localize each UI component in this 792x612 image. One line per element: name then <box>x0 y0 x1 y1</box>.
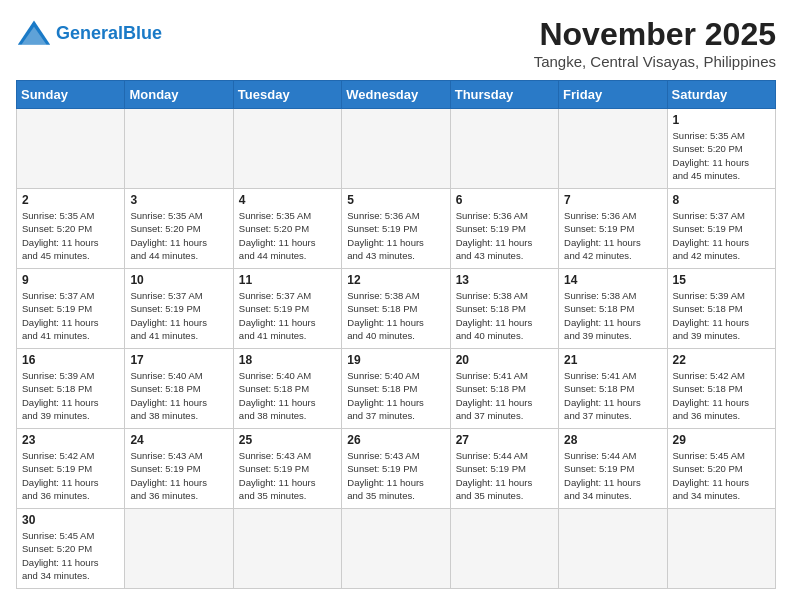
day-number: 5 <box>347 193 444 207</box>
table-row: 23Sunrise: 5:42 AM Sunset: 5:19 PM Dayli… <box>17 429 125 509</box>
day-info: Sunrise: 5:35 AM Sunset: 5:20 PM Dayligh… <box>673 129 770 182</box>
day-info: Sunrise: 5:35 AM Sunset: 5:20 PM Dayligh… <box>130 209 227 262</box>
day-number: 1 <box>673 113 770 127</box>
day-number: 15 <box>673 273 770 287</box>
table-row: 26Sunrise: 5:43 AM Sunset: 5:19 PM Dayli… <box>342 429 450 509</box>
month-year: November 2025 <box>534 16 776 53</box>
day-info: Sunrise: 5:38 AM Sunset: 5:18 PM Dayligh… <box>347 289 444 342</box>
day-info: Sunrise: 5:42 AM Sunset: 5:19 PM Dayligh… <box>22 449 119 502</box>
table-row <box>125 109 233 189</box>
day-info: Sunrise: 5:38 AM Sunset: 5:18 PM Dayligh… <box>456 289 553 342</box>
day-number: 14 <box>564 273 661 287</box>
table-row <box>342 509 450 589</box>
day-info: Sunrise: 5:43 AM Sunset: 5:19 PM Dayligh… <box>239 449 336 502</box>
day-number: 18 <box>239 353 336 367</box>
calendar-week-row: 23Sunrise: 5:42 AM Sunset: 5:19 PM Dayli… <box>17 429 776 509</box>
day-info: Sunrise: 5:43 AM Sunset: 5:19 PM Dayligh… <box>130 449 227 502</box>
col-friday: Friday <box>559 81 667 109</box>
table-row: 24Sunrise: 5:43 AM Sunset: 5:19 PM Dayli… <box>125 429 233 509</box>
table-row: 4Sunrise: 5:35 AM Sunset: 5:20 PM Daylig… <box>233 189 341 269</box>
table-row: 10Sunrise: 5:37 AM Sunset: 5:19 PM Dayli… <box>125 269 233 349</box>
day-info: Sunrise: 5:35 AM Sunset: 5:20 PM Dayligh… <box>22 209 119 262</box>
day-info: Sunrise: 5:37 AM Sunset: 5:19 PM Dayligh… <box>239 289 336 342</box>
logo: GeneralBlue <box>16 16 162 52</box>
table-row: 7Sunrise: 5:36 AM Sunset: 5:19 PM Daylig… <box>559 189 667 269</box>
table-row <box>233 109 341 189</box>
day-info: Sunrise: 5:40 AM Sunset: 5:18 PM Dayligh… <box>130 369 227 422</box>
day-info: Sunrise: 5:44 AM Sunset: 5:19 PM Dayligh… <box>456 449 553 502</box>
title-block: November 2025 Tangke, Central Visayas, P… <box>534 16 776 70</box>
day-info: Sunrise: 5:38 AM Sunset: 5:18 PM Dayligh… <box>564 289 661 342</box>
table-row: 6Sunrise: 5:36 AM Sunset: 5:19 PM Daylig… <box>450 189 558 269</box>
logo-blue: Blue <box>123 23 162 43</box>
day-number: 12 <box>347 273 444 287</box>
day-number: 23 <box>22 433 119 447</box>
table-row: 18Sunrise: 5:40 AM Sunset: 5:18 PM Dayli… <box>233 349 341 429</box>
day-number: 2 <box>22 193 119 207</box>
col-monday: Monday <box>125 81 233 109</box>
location: Tangke, Central Visayas, Philippines <box>534 53 776 70</box>
table-row: 11Sunrise: 5:37 AM Sunset: 5:19 PM Dayli… <box>233 269 341 349</box>
day-info: Sunrise: 5:39 AM Sunset: 5:18 PM Dayligh… <box>673 289 770 342</box>
day-number: 17 <box>130 353 227 367</box>
table-row: 27Sunrise: 5:44 AM Sunset: 5:19 PM Dayli… <box>450 429 558 509</box>
col-sunday: Sunday <box>17 81 125 109</box>
day-number: 22 <box>673 353 770 367</box>
day-info: Sunrise: 5:40 AM Sunset: 5:18 PM Dayligh… <box>239 369 336 422</box>
table-row: 20Sunrise: 5:41 AM Sunset: 5:18 PM Dayli… <box>450 349 558 429</box>
day-number: 28 <box>564 433 661 447</box>
table-row: 28Sunrise: 5:44 AM Sunset: 5:19 PM Dayli… <box>559 429 667 509</box>
day-number: 9 <box>22 273 119 287</box>
calendar-week-row: 1Sunrise: 5:35 AM Sunset: 5:20 PM Daylig… <box>17 109 776 189</box>
day-info: Sunrise: 5:42 AM Sunset: 5:18 PM Dayligh… <box>673 369 770 422</box>
day-info: Sunrise: 5:35 AM Sunset: 5:20 PM Dayligh… <box>239 209 336 262</box>
day-info: Sunrise: 5:37 AM Sunset: 5:19 PM Dayligh… <box>673 209 770 262</box>
calendar-week-row: 30Sunrise: 5:45 AM Sunset: 5:20 PM Dayli… <box>17 509 776 589</box>
table-row: 22Sunrise: 5:42 AM Sunset: 5:18 PM Dayli… <box>667 349 775 429</box>
page-header: GeneralBlue November 2025 Tangke, Centra… <box>16 16 776 70</box>
day-number: 20 <box>456 353 553 367</box>
table-row <box>342 109 450 189</box>
day-info: Sunrise: 5:45 AM Sunset: 5:20 PM Dayligh… <box>22 529 119 582</box>
table-row <box>17 109 125 189</box>
calendar-week-row: 9Sunrise: 5:37 AM Sunset: 5:19 PM Daylig… <box>17 269 776 349</box>
day-number: 19 <box>347 353 444 367</box>
col-saturday: Saturday <box>667 81 775 109</box>
table-row <box>450 509 558 589</box>
day-number: 21 <box>564 353 661 367</box>
table-row: 5Sunrise: 5:36 AM Sunset: 5:19 PM Daylig… <box>342 189 450 269</box>
day-info: Sunrise: 5:45 AM Sunset: 5:20 PM Dayligh… <box>673 449 770 502</box>
table-row: 8Sunrise: 5:37 AM Sunset: 5:19 PM Daylig… <box>667 189 775 269</box>
calendar-header-row: Sunday Monday Tuesday Wednesday Thursday… <box>17 81 776 109</box>
calendar-week-row: 16Sunrise: 5:39 AM Sunset: 5:18 PM Dayli… <box>17 349 776 429</box>
day-number: 6 <box>456 193 553 207</box>
table-row: 25Sunrise: 5:43 AM Sunset: 5:19 PM Dayli… <box>233 429 341 509</box>
logo-text: GeneralBlue <box>56 24 162 44</box>
day-number: 10 <box>130 273 227 287</box>
table-row: 9Sunrise: 5:37 AM Sunset: 5:19 PM Daylig… <box>17 269 125 349</box>
day-info: Sunrise: 5:39 AM Sunset: 5:18 PM Dayligh… <box>22 369 119 422</box>
table-row: 15Sunrise: 5:39 AM Sunset: 5:18 PM Dayli… <box>667 269 775 349</box>
day-info: Sunrise: 5:36 AM Sunset: 5:19 PM Dayligh… <box>456 209 553 262</box>
table-row: 21Sunrise: 5:41 AM Sunset: 5:18 PM Dayli… <box>559 349 667 429</box>
day-info: Sunrise: 5:41 AM Sunset: 5:18 PM Dayligh… <box>564 369 661 422</box>
table-row <box>559 109 667 189</box>
day-info: Sunrise: 5:43 AM Sunset: 5:19 PM Dayligh… <box>347 449 444 502</box>
table-row: 14Sunrise: 5:38 AM Sunset: 5:18 PM Dayli… <box>559 269 667 349</box>
day-number: 11 <box>239 273 336 287</box>
table-row: 1Sunrise: 5:35 AM Sunset: 5:20 PM Daylig… <box>667 109 775 189</box>
table-row <box>667 509 775 589</box>
day-number: 24 <box>130 433 227 447</box>
day-number: 29 <box>673 433 770 447</box>
table-row: 13Sunrise: 5:38 AM Sunset: 5:18 PM Dayli… <box>450 269 558 349</box>
day-info: Sunrise: 5:36 AM Sunset: 5:19 PM Dayligh… <box>347 209 444 262</box>
calendar-week-row: 2Sunrise: 5:35 AM Sunset: 5:20 PM Daylig… <box>17 189 776 269</box>
table-row: 29Sunrise: 5:45 AM Sunset: 5:20 PM Dayli… <box>667 429 775 509</box>
table-row <box>450 109 558 189</box>
col-thursday: Thursday <box>450 81 558 109</box>
col-wednesday: Wednesday <box>342 81 450 109</box>
day-info: Sunrise: 5:41 AM Sunset: 5:18 PM Dayligh… <box>456 369 553 422</box>
day-number: 16 <box>22 353 119 367</box>
day-number: 30 <box>22 513 119 527</box>
table-row: 17Sunrise: 5:40 AM Sunset: 5:18 PM Dayli… <box>125 349 233 429</box>
